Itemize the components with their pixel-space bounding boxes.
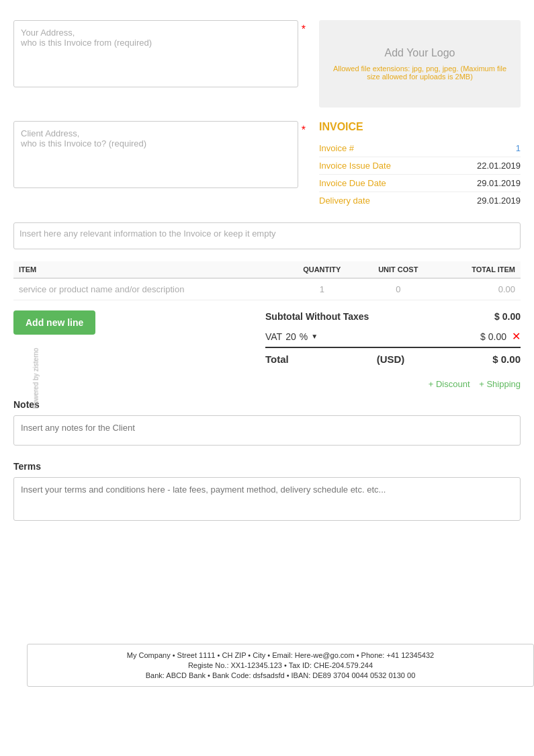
vat-dropdown-icon[interactable]: ▼: [311, 333, 318, 340]
invoice-field-due-date: Invoice Due Date 29.01.2019: [319, 175, 521, 192]
invoice-issue-date-value[interactable]: 22.01.2019: [477, 161, 521, 171]
item-description[interactable]: service or product name and/or descripti…: [13, 278, 285, 300]
col-header-total-item: TOTAL ITEM: [437, 261, 521, 278]
notes-input[interactable]: [13, 415, 521, 446]
items-table: ITEM QUANTITY UNIT COST TOTAL ITEM servi…: [13, 261, 521, 300]
logo-title: Add Your Logo: [385, 47, 455, 59]
from-address-input[interactable]: [13, 20, 298, 87]
client-address-input[interactable]: [13, 121, 298, 188]
subtotal-label: Subtotal Without Taxes: [265, 311, 369, 322]
from-address-required-star: *: [302, 24, 306, 36]
invoice-title: INVOICE: [319, 121, 521, 133]
footer-line-2: Registe No.: XX1-12345.123 • Tax ID: CHE…: [38, 661, 523, 669]
invoice-due-date-value[interactable]: 29.01.2019: [477, 178, 521, 188]
subtotal-value: $ 0.00: [494, 311, 521, 322]
invoice-num-label: Invoice #: [319, 143, 354, 153]
terms-label: Terms: [13, 461, 521, 472]
footer-line-3: Bank: ABCD Bank • Bank Code: dsfsadsfd •…: [38, 671, 523, 679]
add-new-line-button[interactable]: Add new line: [13, 310, 95, 335]
total-value: $ 0.00: [492, 353, 521, 365]
total-currency: (USD): [377, 353, 405, 365]
col-header-quantity: QUANTITY: [285, 261, 359, 278]
invoice-field-issue-date: Invoice Issue Date 22.01.2019: [319, 157, 521, 175]
total-label: Total: [265, 353, 289, 365]
table-row: service or product name and/or descripti…: [13, 278, 521, 300]
footer-line-1: My Company • Street 1111 • CH ZIP • City…: [38, 651, 523, 659]
col-header-item: ITEM: [13, 261, 285, 278]
delete-vat-icon[interactable]: ✕: [512, 330, 521, 343]
col-header-unit-cost: UNIT COST: [359, 261, 437, 278]
discount-link[interactable]: + Discount: [429, 379, 470, 389]
logo-subtitle: Allowed file extensions: jpg, png, jpeg.…: [319, 65, 521, 81]
logo-upload-box[interactable]: Add Your Logo Allowed file extensions: j…: [319, 20, 521, 108]
invoice-due-date-label: Invoice Due Date: [319, 178, 386, 188]
vat-label: VAT: [265, 331, 282, 342]
terms-input[interactable]: [13, 477, 521, 521]
invoice-delivery-date-label: Delivery date: [319, 196, 370, 206]
invoice-info-input[interactable]: [13, 222, 521, 249]
invoice-field-delivery-date: Delivery date 29.01.2019: [319, 192, 521, 209]
vat-pct-sign: %: [300, 331, 308, 342]
invoice-issue-date-label: Invoice Issue Date: [319, 161, 391, 171]
notes-label: Notes: [13, 399, 521, 410]
item-quantity[interactable]: 1: [285, 278, 359, 300]
invoice-delivery-date-value[interactable]: 29.01.2019: [477, 196, 521, 206]
powered-by-label: Powered by zisterno: [32, 347, 40, 409]
footer: My Company • Street 1111 • CH ZIP • City…: [27, 644, 534, 687]
item-total: 0.00: [437, 278, 521, 300]
client-address-required-star: *: [302, 124, 306, 136]
item-unit-cost[interactable]: 0: [359, 278, 437, 300]
invoice-field-invoice-num: Invoice # 1: [319, 140, 521, 157]
vat-percent-value[interactable]: 20: [285, 331, 296, 342]
invoice-num-value[interactable]: 1: [516, 143, 521, 153]
shipping-link[interactable]: + Shipping: [479, 379, 521, 389]
vat-value: $ 0.00: [480, 331, 506, 342]
